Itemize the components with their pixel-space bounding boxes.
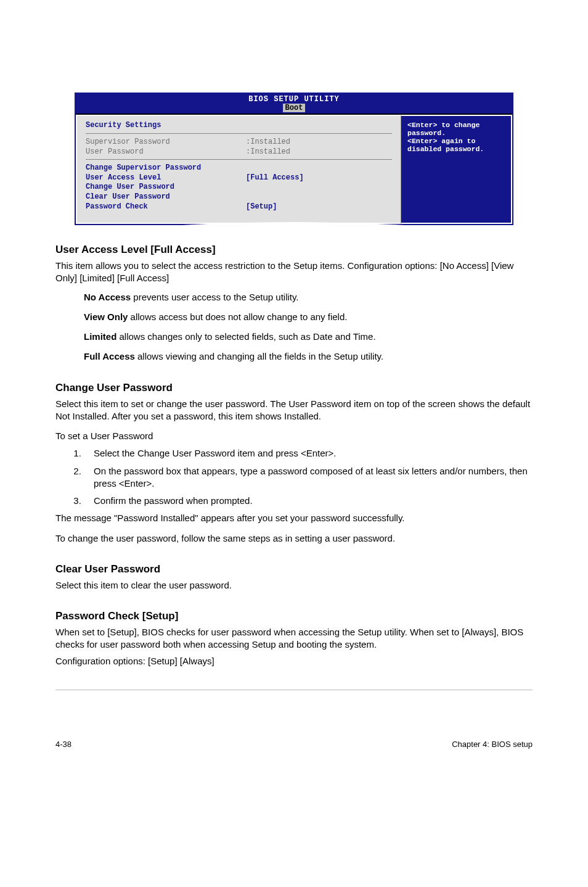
- user-access-level-value: [Full Access]: [246, 173, 392, 183]
- bios-title: BIOS SETUP UTILITY: [76, 94, 512, 104]
- cup-p2: To set a User Password: [55, 430, 533, 442]
- cup-step-2: On the password box that appears, type a…: [84, 465, 533, 490]
- cup-step-3: Confirm the password when prompted.: [84, 495, 533, 507]
- ual-desc: This item allows you to select the acces…: [55, 260, 533, 285]
- no-access-text: prevents user access to the Setup utilit…: [131, 292, 298, 302]
- cup-steps: Select the Change User Password item and…: [71, 447, 533, 507]
- clear-user-pw: Clear User Password: [86, 192, 246, 202]
- help-line-2: password.: [407, 129, 505, 137]
- bios-tab-boot: Boot: [283, 104, 306, 112]
- heading-clear-user-password: Clear User Password: [55, 563, 533, 576]
- change-supervisor-pw: Change Supervisor Password: [86, 163, 246, 173]
- change-user-pw: Change User Password: [86, 183, 246, 192]
- bios-section-title: Security Settings: [86, 121, 392, 130]
- view-only-bold: View Only: [84, 311, 128, 322]
- user-pw-label: User Password: [86, 147, 246, 157]
- chapter-label: Chapter 4: BIOS setup: [452, 740, 533, 749]
- no-access-bold: No Access: [84, 292, 131, 302]
- limited-bold: Limited: [84, 331, 116, 342]
- password-check-label: Password Check: [86, 202, 246, 212]
- view-only-text: allows access but does not allow change …: [128, 311, 347, 322]
- help-line-4: disabled password.: [407, 145, 505, 153]
- pwc-p1: When set to [Setup], BIOS checks for use…: [55, 626, 533, 651]
- bios-tab-bar: Boot: [76, 104, 512, 113]
- heading-user-access-level: User Access Level [Full Access]: [55, 244, 533, 256]
- supervisor-pw-label: Supervisor Password: [86, 138, 246, 147]
- help-line-3: <Enter> again to: [407, 137, 505, 145]
- user-access-level-label: User Access Level: [86, 173, 246, 183]
- heading-password-check: Password Check [Setup]: [55, 610, 533, 622]
- cup-p4: To change the user password, follow the …: [55, 532, 533, 545]
- user-pw-value: :Installed: [246, 147, 392, 157]
- full-access-bold: Full Access: [84, 351, 135, 361]
- page-number: 4-38: [55, 740, 71, 749]
- cup-p3: The message "Password Installed" appears…: [55, 512, 533, 524]
- bios-settings-panel: Security Settings Supervisor Password :I…: [76, 115, 401, 224]
- cup-p1: Select this item to set or change the us…: [55, 398, 533, 423]
- password-check-value: [Setup]: [246, 202, 392, 212]
- bios-help-panel: <Enter> to change password. <Enter> agai…: [401, 115, 512, 224]
- pwc-p2: Configuration options: [Setup] [Always]: [55, 655, 533, 667]
- supervisor-pw-value: :Installed: [246, 138, 392, 147]
- full-access-text: allows viewing and changing all the fiel…: [135, 351, 383, 361]
- ual-options-block: No Access prevents user access to the Se…: [84, 291, 533, 363]
- page-footer: 4-38 Chapter 4: BIOS setup: [0, 740, 588, 749]
- heading-change-user-password: Change User Password: [55, 382, 533, 394]
- clr-p1: Select this item to clear the user passw…: [55, 579, 533, 592]
- limited-text: allows changes only to selected fields, …: [116, 331, 375, 342]
- help-line-1: <Enter> to change: [407, 121, 505, 129]
- bios-screenshot: BIOS SETUP UTILITY Boot Security Setting…: [75, 93, 513, 225]
- cup-step-1: Select the Change User Password item and…: [84, 447, 533, 460]
- page-curve-decoration: [75, 217, 513, 234]
